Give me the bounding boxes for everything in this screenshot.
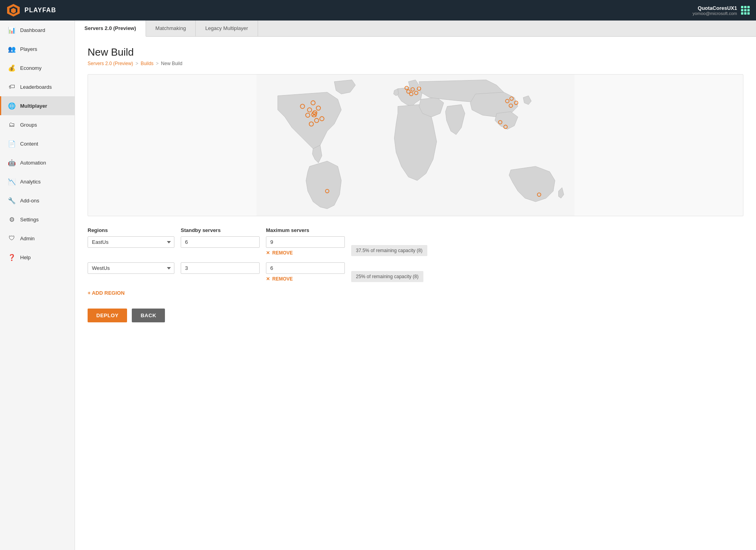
- maximum-input-1[interactable]: [266, 262, 345, 274]
- sidebar-label-analytics: Analytics: [20, 179, 41, 185]
- region-select-1[interactable]: EastUsWestUsNorthEuropeWestEuropeEastAsi…: [88, 262, 174, 274]
- multiplayer-icon: 🌐: [7, 101, 16, 110]
- tab-matchmaking[interactable]: Matchmaking: [146, 21, 196, 36]
- addons-icon: 🔧: [7, 196, 16, 205]
- user-area[interactable]: QuotaCoresUX1 yomoo@microsoft.com: [692, 5, 750, 16]
- remove-button-1[interactable]: ✕ REMOVE: [266, 276, 293, 282]
- breadcrumb-current: New Build: [161, 61, 182, 66]
- deploy-button[interactable]: DEPLOY: [88, 309, 127, 322]
- grid-menu-icon[interactable]: [741, 6, 750, 15]
- help-icon: ❓: [7, 253, 16, 262]
- world-map: [88, 74, 743, 216]
- sidebar-item-automation[interactable]: 🤖 Automation: [0, 153, 75, 172]
- sidebar-label-multiplayer: Multiplayer: [20, 103, 47, 109]
- region-headers: Regions Standby servers Maximum servers: [88, 227, 743, 233]
- world-map-svg: [88, 75, 743, 216]
- region-row-1: EastUsWestUsNorthEuropeWestEuropeEastAsi…: [88, 262, 743, 282]
- dashboard-icon: 📊: [7, 26, 16, 34]
- sidebar-label-economy: Economy: [20, 65, 41, 71]
- sidebar-label-players: Players: [20, 46, 37, 52]
- analytics-icon: 📉: [7, 177, 16, 186]
- playfab-logo-icon: [6, 3, 21, 17]
- maximum-input-0[interactable]: [266, 236, 345, 248]
- breadcrumb-sep2: >: [156, 61, 159, 66]
- sidebar-label-content: Content: [20, 141, 38, 147]
- main-content: Servers 2.0 (Preview)MatchmakingLegacy M…: [75, 21, 756, 550]
- logo-area: PLAYFAB: [6, 3, 56, 17]
- region-row-0: EastUsWestUsNorthEuropeWestEuropeEastAsi…: [88, 236, 743, 256]
- sidebar-item-admin[interactable]: 🛡 Admin: [0, 229, 75, 248]
- sidebar-label-help: Help: [20, 254, 31, 260]
- sidebar-item-analytics[interactable]: 📉 Analytics: [0, 172, 75, 191]
- topbar: PLAYFAB QuotaCoresUX1 yomoo@microsoft.co…: [0, 0, 756, 21]
- sidebar-item-groups[interactable]: 🗂 Groups: [0, 115, 75, 134]
- sidebar-label-automation: Automation: [20, 160, 46, 166]
- breadcrumb-builds[interactable]: Builds: [140, 61, 153, 66]
- content-icon: 📄: [7, 139, 16, 148]
- sidebar-item-leaderboards[interactable]: 🏷 Leaderboards: [0, 77, 75, 96]
- sidebar-item-help[interactable]: ❓ Help: [0, 248, 75, 267]
- page-area: New Build Servers 2.0 (Preview) > Builds…: [75, 37, 756, 550]
- sidebar-item-content[interactable]: 📄 Content: [0, 134, 75, 153]
- sidebar-label-settings: Settings: [20, 217, 39, 223]
- capacity-badge-1: 25% of remaining capacity (8): [351, 271, 423, 282]
- sidebar-label-dashboard: Dashboard: [20, 27, 45, 33]
- region-header: Regions: [88, 227, 174, 233]
- groups-icon: 🗂: [7, 120, 16, 129]
- add-region-button[interactable]: + ADD REGION: [88, 288, 125, 297]
- breadcrumb-servers[interactable]: Servers 2.0 (Preview): [88, 61, 133, 66]
- sidebar-label-addons: Add-ons: [20, 198, 39, 204]
- remove-button-0[interactable]: ✕ REMOVE: [266, 250, 293, 256]
- breadcrumb-sep1: >: [135, 61, 138, 66]
- standby-header: Standby servers: [181, 227, 260, 233]
- maximum-header: Maximum servers: [266, 227, 345, 233]
- sidebar-item-addons[interactable]: 🔧 Add-ons: [0, 191, 75, 210]
- region-select-0[interactable]: EastUsWestUsNorthEuropeWestEuropeEastAsi…: [88, 236, 174, 248]
- economy-icon: 💰: [7, 64, 16, 72]
- sidebar-item-multiplayer[interactable]: 🌐 Multiplayer: [0, 96, 75, 115]
- sidebar-item-settings[interactable]: ⚙ Settings: [0, 210, 75, 229]
- tab-legacy[interactable]: Legacy Multiplayer: [196, 21, 258, 36]
- logo-text: PLAYFAB: [24, 7, 56, 14]
- sidebar-item-dashboard[interactable]: 📊 Dashboard: [0, 21, 75, 39]
- sidebar-label-leaderboards: Leaderboards: [20, 84, 52, 90]
- admin-icon: 🛡: [7, 234, 16, 243]
- tab-bar: Servers 2.0 (Preview)MatchmakingLegacy M…: [75, 21, 756, 37]
- action-buttons: DEPLOY BACK: [88, 309, 743, 322]
- breadcrumb: Servers 2.0 (Preview) > Builds > New Bui…: [88, 61, 743, 66]
- sidebar: 📊 Dashboard👥 Players💰 Economy🏷 Leaderboa…: [0, 21, 75, 550]
- username: QuotaCoresUX1: [692, 5, 737, 11]
- leaderboards-icon: 🏷: [7, 82, 16, 91]
- automation-icon: 🤖: [7, 158, 16, 167]
- sidebar-label-admin: Admin: [20, 236, 35, 241]
- standby-input-0[interactable]: [181, 236, 260, 248]
- user-info: QuotaCoresUX1 yomoo@microsoft.com: [692, 5, 737, 16]
- sidebar-label-groups: Groups: [20, 122, 37, 128]
- settings-icon: ⚙: [7, 215, 16, 224]
- sidebar-item-economy[interactable]: 💰 Economy: [0, 58, 75, 77]
- tab-servers2[interactable]: Servers 2.0 (Preview): [75, 21, 146, 37]
- page-title: New Build: [88, 46, 743, 58]
- players-icon: 👥: [7, 45, 16, 53]
- capacity-badge-0: 37.5% of remaining capacity (8): [351, 245, 427, 256]
- region-rows-container: EastUsWestUsNorthEuropeWestEuropeEastAsi…: [88, 236, 743, 282]
- layout: 📊 Dashboard👥 Players💰 Economy🏷 Leaderboa…: [0, 21, 756, 550]
- standby-input-1[interactable]: [181, 262, 260, 274]
- user-email: yomoo@microsoft.com: [692, 11, 737, 16]
- back-button[interactable]: BACK: [132, 309, 165, 322]
- sidebar-item-players[interactable]: 👥 Players: [0, 39, 75, 58]
